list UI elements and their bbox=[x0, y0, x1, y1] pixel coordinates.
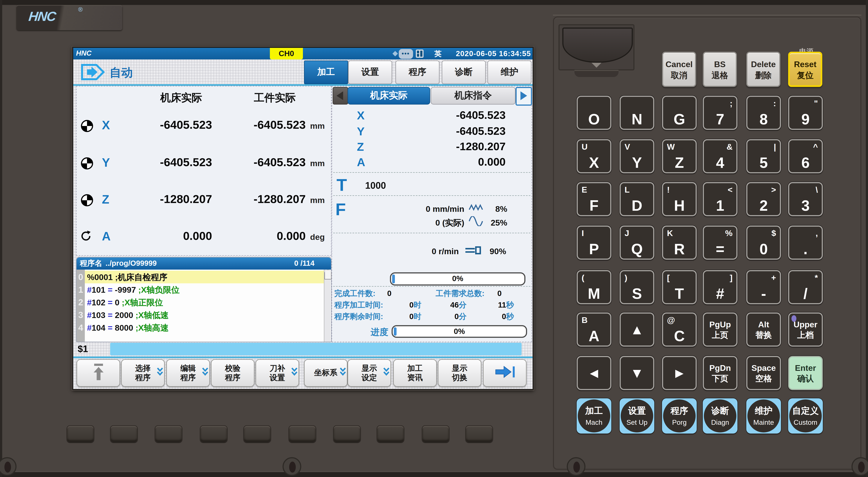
fminuskey[interactable]: FE bbox=[577, 182, 611, 216]
gminuskey[interactable]: G bbox=[662, 96, 697, 130]
zminuskey[interactable]: ZW bbox=[662, 139, 697, 173]
key-label-zh: 自定义 bbox=[793, 406, 819, 417]
rminuskey[interactable]: RK bbox=[662, 226, 697, 260]
program-scrollbar[interactable] bbox=[324, 270, 331, 342]
altminuskey[interactable]: Alt替换 bbox=[746, 312, 781, 347]
softkey-校验程序[interactable]: 校验程序 bbox=[211, 359, 254, 387]
9minuskey[interactable]: 9" bbox=[788, 96, 823, 130]
softkey-坐标系[interactable]: 坐标系 bbox=[304, 359, 347, 387]
dminuskey[interactable]: DL bbox=[620, 182, 654, 216]
softkey-return-top[interactable] bbox=[76, 359, 120, 387]
key-shift-label: ) bbox=[625, 273, 627, 282]
spaceminuskey[interactable]: Space空格 bbox=[746, 356, 781, 390]
0minuskey[interactable]: 0$ bbox=[746, 226, 781, 260]
key-shift-label: ^ bbox=[813, 142, 818, 151]
key-label-en: Alt bbox=[758, 320, 769, 329]
slashminuskey[interactable]: /* bbox=[788, 270, 823, 304]
equalsminuskey[interactable]: =% bbox=[703, 226, 738, 260]
bezel-button-4[interactable] bbox=[200, 425, 227, 442]
ominuskey[interactable]: O bbox=[577, 96, 611, 130]
bezel-button-8[interactable] bbox=[377, 425, 404, 442]
mode-key-porg[interactable]: 程序Porg bbox=[662, 398, 697, 434]
bezel-button-2[interactable] bbox=[110, 425, 138, 442]
2minuskey[interactable]: 2> bbox=[746, 182, 781, 216]
dotminuskey[interactable]: ., bbox=[788, 226, 823, 260]
5minuskey[interactable]: 5| bbox=[746, 139, 781, 173]
arrow-right-key[interactable]: ► bbox=[662, 356, 697, 390]
tab-设置[interactable]: 设置 bbox=[348, 61, 392, 84]
cminuskey[interactable]: C@ bbox=[662, 312, 697, 347]
sminuskey[interactable]: S) bbox=[620, 270, 654, 304]
bezel-button-7[interactable] bbox=[333, 425, 361, 442]
softkey-选择程序[interactable]: 选择程序 bbox=[121, 359, 165, 387]
softkey-刀补设置[interactable]: 刀补设置 bbox=[255, 359, 299, 387]
pgupminuskey[interactable]: PgUp上页 bbox=[703, 312, 738, 347]
reset-key[interactable]: Reset复位 bbox=[788, 52, 822, 87]
tab-维护[interactable]: 维护 bbox=[488, 61, 531, 84]
right-triangle-icon bbox=[521, 91, 527, 100]
softkey-label: 加工 bbox=[394, 364, 436, 373]
pminuskey[interactable]: PI bbox=[577, 226, 611, 260]
softkey-加工资讯[interactable]: 加工资讯 bbox=[393, 359, 437, 387]
nminuskey[interactable]: N bbox=[620, 96, 654, 130]
flap-handle[interactable] bbox=[575, 70, 619, 77]
mminuskey[interactable]: M( bbox=[577, 270, 611, 304]
arrow-left-key[interactable]: ◄ bbox=[577, 356, 611, 390]
bezel-button-6[interactable] bbox=[288, 425, 316, 442]
bezel-button-10[interactable] bbox=[465, 425, 493, 442]
softkey-next-menu[interactable] bbox=[483, 359, 527, 387]
xminuskey[interactable]: XU bbox=[577, 139, 611, 173]
bezel-button-9[interactable] bbox=[422, 425, 450, 442]
feed-override-pct: 8% bbox=[482, 204, 507, 213]
yminuskey[interactable]: YV bbox=[620, 139, 654, 173]
softkey-编辑程序[interactable]: 编辑程序 bbox=[166, 359, 210, 387]
cancel-key[interactable]: Cancel取消 bbox=[662, 52, 696, 87]
minus-key[interactable]: -+ bbox=[746, 270, 781, 304]
mode-key-mainte[interactable]: 维护Mainte bbox=[746, 398, 781, 434]
key-main-label: # bbox=[704, 287, 736, 302]
pgdnminuskey[interactable]: PgDn下页 bbox=[703, 356, 738, 390]
scrollbar-thumb[interactable] bbox=[324, 270, 332, 279]
tab-程序[interactable]: 程序 bbox=[396, 61, 439, 84]
8minuskey[interactable]: 8: bbox=[746, 96, 781, 130]
bs-key[interactable]: BS退格 bbox=[703, 52, 737, 87]
delete-key[interactable]: Delete删除 bbox=[746, 52, 780, 87]
mdi-input-field[interactable] bbox=[110, 343, 522, 355]
mode-key-setup[interactable]: 设置Set Up bbox=[620, 398, 654, 434]
arrow-up-key[interactable]: ▲ bbox=[620, 312, 654, 347]
divider-line bbox=[73, 84, 533, 86]
key-label-en: Reset bbox=[794, 60, 816, 68]
crt-screen: HNC CH0 ••• 英 2020-06-05 16:34:55 bbox=[72, 47, 534, 390]
7minuskey[interactable]: 7; bbox=[703, 96, 738, 130]
tab-machine-actual[interactable]: 机床实际 bbox=[347, 87, 430, 105]
qminuskey[interactable]: QJ bbox=[620, 226, 654, 260]
enterminuskey[interactable]: Enter确认 bbox=[788, 356, 823, 390]
tab-machine-command[interactable]: 机床指令 bbox=[431, 87, 516, 105]
hashminuskey[interactable]: #] bbox=[703, 270, 738, 304]
softkey-显示设定[interactable]: 显示设定 bbox=[347, 359, 391, 387]
mode-key-diagn[interactable]: 诊断Diagn bbox=[703, 398, 738, 434]
hminuskey[interactable]: H! bbox=[662, 182, 697, 216]
key-shift-label: \ bbox=[815, 185, 818, 194]
bezel-button-5[interactable] bbox=[243, 425, 271, 442]
tminuskey[interactable]: T[ bbox=[662, 270, 697, 304]
mode-key-custom[interactable]: 自定义Custom bbox=[788, 398, 823, 434]
3minuskey[interactable]: 3\ bbox=[788, 182, 823, 216]
1minuskey[interactable]: 1< bbox=[703, 182, 738, 216]
bezel-button-3[interactable] bbox=[155, 425, 182, 442]
aminuskey[interactable]: AB bbox=[577, 312, 611, 347]
panel-next-arrow-button[interactable] bbox=[516, 87, 532, 106]
panel-left-edge bbox=[0, 0, 2, 477]
tab-诊断[interactable]: 诊断 bbox=[442, 61, 486, 84]
4minuskey[interactable]: 4& bbox=[703, 139, 738, 173]
panel-prev-arrow-button[interactable] bbox=[333, 87, 348, 105]
6minuskey[interactable]: 6^ bbox=[788, 139, 823, 173]
bezel-button-1[interactable] bbox=[67, 425, 94, 442]
feed-label: F bbox=[335, 200, 346, 219]
port-cover-flap[interactable] bbox=[558, 24, 634, 70]
upperminuskey[interactable]: Upper上档 bbox=[788, 312, 823, 347]
arrow-down-key[interactable]: ▼ bbox=[620, 356, 654, 390]
softkey-显示切换[interactable]: 显示切换 bbox=[438, 359, 482, 387]
tab-加工[interactable]: 加工 bbox=[304, 61, 348, 84]
mode-key-mach[interactable]: 加工Mach bbox=[577, 398, 611, 434]
